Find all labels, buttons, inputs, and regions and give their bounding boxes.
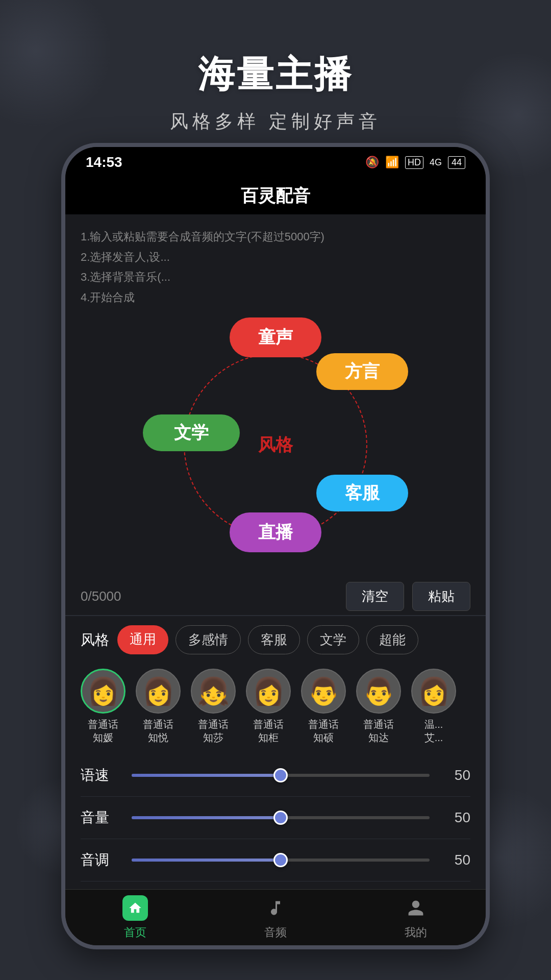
pitch-slider-row: 音调 50: [81, 839, 470, 881]
volume-value: 50: [440, 810, 470, 826]
status-time: 14:53: [86, 154, 122, 170]
style-filter-row: 风格 通用 多感情 客服 文学 超能: [65, 616, 486, 664]
page-sub-title: 风格多样 定制好声音: [170, 109, 381, 134]
4g-icon: 4G: [430, 157, 442, 168]
nav-label-home: 首页: [124, 925, 146, 940]
bg-music-row[interactable]: 背景文乐 去设置 ›: [65, 881, 486, 889]
clear-button[interactable]: 清空: [346, 582, 404, 611]
voice-avatar-1[interactable]: 👩 普通话知媛: [81, 669, 126, 744]
status-bar: 14:53 🔕 📶 HD 4G 44: [65, 147, 486, 178]
music-icon: [263, 895, 288, 921]
user-icon: [403, 895, 429, 921]
app-title-bar: 百灵配音: [65, 178, 486, 214]
tag-kefan[interactable]: 客服: [316, 475, 408, 511]
phone-frame: 14:53 🔕 📶 HD 4G 44 百灵配音 1.输入或粘贴需要合成音频的文字…: [61, 143, 490, 949]
style-chip-wenxue[interactable]: 文学: [307, 625, 359, 654]
volume-slider-row: 音量 50: [81, 797, 470, 839]
content-area: 1.输入或粘贴需要合成音频的文字(不超过5000字) 2.选择发音人,设... …: [65, 214, 486, 578]
hd-icon: HD: [405, 156, 423, 169]
style-chip-chao[interactable]: 超能: [366, 625, 418, 654]
style-chip-kefan[interactable]: 客服: [248, 625, 300, 654]
voice-avatar-5[interactable]: 👨 普通话知硕: [301, 669, 346, 744]
nav-label-mine: 我的: [405, 925, 427, 940]
voice-avatar-4[interactable]: 👩 普通话知柜: [246, 669, 291, 744]
signal-icon: 🔕: [365, 156, 379, 169]
wheel-center-label: 风格: [258, 433, 293, 457]
nav-label-audio: 音频: [264, 925, 287, 940]
paste-button[interactable]: 粘贴: [412, 582, 470, 611]
page-main-title: 海量主播: [198, 50, 353, 99]
header-section: 海量主播 风格多样 定制好声音: [0, 0, 551, 163]
style-filter-label: 风格: [81, 630, 109, 650]
voice-avatar-6[interactable]: 👨 普通话知达: [356, 669, 401, 744]
style-chips: 通用 多感情 客服 文学 超能: [117, 625, 418, 654]
app-title: 百灵配音: [241, 184, 310, 208]
style-chip-duoganqing[interactable]: 多感情: [176, 625, 241, 654]
pitch-track[interactable]: [132, 859, 430, 862]
tag-wenxue[interactable]: 文学: [143, 414, 240, 451]
tag-zhibo[interactable]: 直播: [230, 512, 321, 552]
instructions-text: 1.输入或粘贴需要合成音频的文字(不超过5000字) 2.选择发音人,设... …: [81, 227, 470, 307]
battery-icon: 44: [448, 156, 465, 169]
nav-item-mine[interactable]: 我的: [403, 895, 429, 940]
sliders-section: 语速 50 音量 50 音调: [65, 754, 486, 881]
action-buttons: 清空 粘贴: [346, 582, 470, 611]
speed-label: 语速: [81, 766, 121, 785]
volume-label: 音量: [81, 808, 121, 827]
wifi-icon: 📶: [385, 156, 399, 169]
speed-slider-row: 语速 50: [81, 754, 470, 797]
avatars-row: 👩 普通话知媛 👩 普通话知悦 👧 普通话知莎 👩: [65, 664, 486, 754]
phone-content: 1.输入或粘贴需要合成音频的文字(不超过5000字) 2.选择发音人,设... …: [65, 214, 486, 889]
instruction-line4: 4.开始合成: [81, 287, 470, 308]
voice-avatar-2[interactable]: 👩 普通话知悦: [136, 669, 181, 744]
voice-avatar-7[interactable]: 👩 温...艾...: [411, 669, 456, 744]
speed-track[interactable]: [132, 774, 430, 777]
voice-avatar-3[interactable]: 👧 普通话知莎: [191, 669, 236, 744]
nav-item-audio[interactable]: 音频: [263, 895, 288, 940]
speed-value: 50: [440, 767, 470, 783]
instruction-line1: 1.输入或粘贴需要合成音频的文字(不超过5000字): [81, 227, 470, 247]
style-wheel: 风格 童声 方言 文学 客服 直播: [133, 312, 418, 578]
pitch-value: 50: [440, 852, 470, 868]
nav-item-home[interactable]: 首页: [122, 895, 148, 940]
status-icons: 🔕 📶 HD 4G 44: [365, 156, 465, 169]
instruction-line2: 2.选择发音人,设...: [81, 247, 470, 267]
tag-tongsheng[interactable]: 童声: [230, 317, 321, 357]
bottom-nav: 首页 音频 我的: [65, 889, 486, 945]
home-icon: [122, 895, 148, 921]
style-chip-tongyong[interactable]: 通用: [117, 625, 168, 654]
instruction-line3: 3.选择背景音乐(...: [81, 267, 470, 287]
pitch-label: 音调: [81, 850, 121, 870]
char-counter: 0/5000: [81, 589, 121, 604]
action-bar: 0/5000 清空 粘贴: [65, 578, 486, 615]
volume-track[interactable]: [132, 816, 430, 819]
tag-fangyan[interactable]: 方言: [316, 353, 408, 390]
